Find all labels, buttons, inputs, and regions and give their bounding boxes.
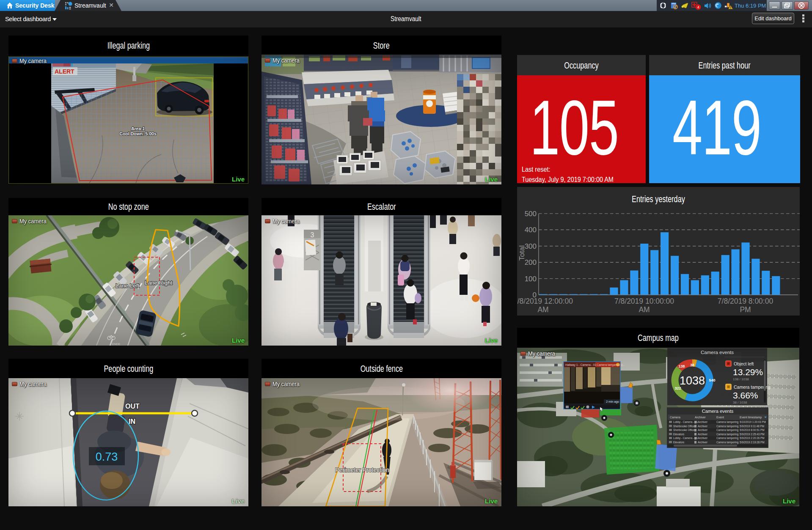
svg-text:7/8/2019 8:00:00: 7/8/2019 8:00:00 — [718, 297, 773, 305]
svg-text:4: 4 — [697, 5, 699, 9]
svg-text:400: 400 — [525, 226, 537, 234]
svg-text:7/8/2019 12:00:00: 7/8/2019 12:00:00 — [517, 297, 573, 305]
svg-text:100: 100 — [525, 275, 537, 283]
svg-text:200: 200 — [525, 258, 537, 266]
svg-text:Total: Total — [518, 245, 526, 261]
svg-text:7/8/2019 10:00:00: 7/8/2019 10:00:00 — [614, 297, 674, 305]
svg-text:300: 300 — [525, 242, 537, 250]
svg-text:AM: AM — [537, 305, 548, 314]
svg-text:500: 500 — [525, 210, 537, 218]
svg-text:PM: PM — [740, 305, 751, 314]
svg-text:AM: AM — [639, 305, 650, 314]
